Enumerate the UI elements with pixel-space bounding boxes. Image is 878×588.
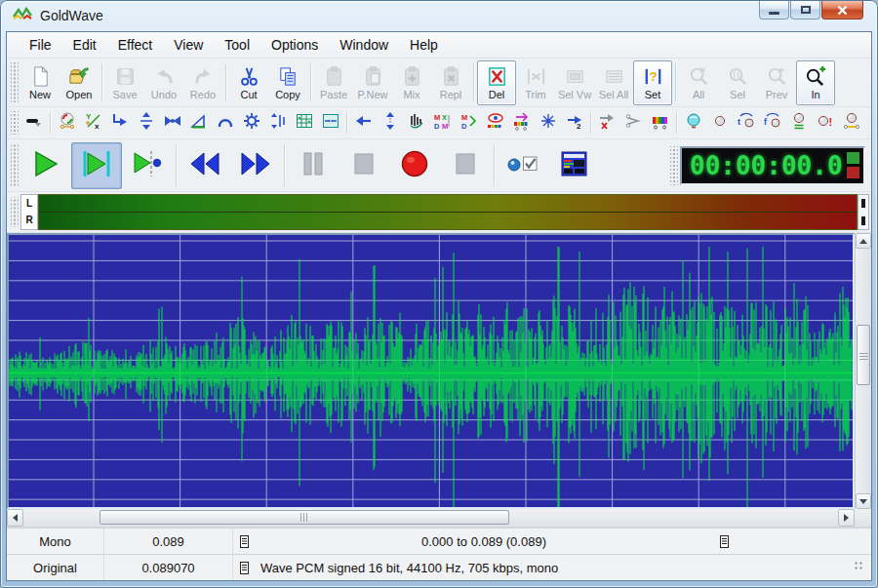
lcd-drag-handle[interactable] [670,146,678,185]
effect-button-compressor[interactable] [159,110,185,137]
toolbar-button-p-new[interactable]: P.New [353,60,392,105]
scroll-left-button[interactable] [7,509,23,527]
toolbar-button-repl[interactable]: Repl [431,60,470,105]
effect-button-reverse[interactable] [350,110,377,137]
toolbar-button-all[interactable]: All [679,60,718,105]
effect-button-sphere-large[interactable] [680,110,706,137]
effect-button-pan[interactable]: MD [456,110,482,137]
toolbar-button-sel[interactable]: Sel [718,60,757,105]
fast-forward-button[interactable] [230,142,281,189]
toolbar-button-del[interactable]: Del [477,60,516,105]
effect-button-offset-arrow[interactable] [106,110,133,137]
effect-button-doppler[interactable] [54,110,80,137]
hammer-x-icon [598,111,618,135]
horizontal-scroll-thumb[interactable] [100,510,509,525]
toolbar-separator [225,63,226,101]
effect-button-sphere-small[interactable] [706,110,733,137]
effect-button-shape-volume[interactable] [264,110,291,137]
effect-button-device-alert[interactable]: ! [812,110,838,137]
record-button[interactable] [389,142,440,189]
play-selection-icon [80,149,113,182]
effect-button-mechanize[interactable] [238,110,264,137]
toolbar-button-in[interactable]: In [796,60,835,105]
svg-text:M: M [434,113,440,122]
toolbar-button-set[interactable]: ?Set [633,60,672,105]
toolbar-button-save[interactable]: Save [105,60,144,105]
toolbar-transport-drag-handle[interactable] [11,143,19,187]
toolbar-button-open[interactable]: Open [60,60,99,105]
effect-button-expression-evaluator[interactable]: Yx [80,110,106,137]
toolbar-button-new[interactable]: New [20,60,60,105]
play-marker-button[interactable] [122,142,173,189]
toolbar-button-copy[interactable]: Copy [268,60,307,105]
resize-grip[interactable] [854,561,863,570]
minimize-button[interactable] [759,1,789,20]
effect-button-smoother[interactable] [403,110,429,137]
play-selection-button[interactable] [71,142,122,189]
effect-button-filter-eye[interactable] [482,110,508,137]
toolbar-button-cut[interactable]: Cut [229,60,268,105]
rewind-button[interactable] [180,142,230,189]
stop-icon [347,149,380,182]
effect-button-hammer-x[interactable] [594,110,620,137]
scroll-right-button[interactable] [838,509,855,527]
toolbar-button-sel-all[interactable]: Sel All [594,60,633,105]
effect-button-device-link[interactable] [838,110,864,137]
toolbar-button-mix[interactable]: Mix [392,60,431,105]
menu-item-options[interactable]: Options [260,34,329,56]
play-button[interactable] [20,142,71,189]
toolbar-button-undo[interactable]: Undo [144,60,183,105]
effect-button-device-levels[interactable] [785,110,812,137]
horizontal-scroll-track[interactable] [23,509,838,527]
effect-button-reverb[interactable] [317,110,343,137]
meter-drag-handle[interactable] [11,197,19,227]
pause-button[interactable] [288,142,339,189]
maximize-button[interactable] [790,1,820,20]
effect-button-time-warp[interactable] [508,110,535,137]
effect-button-time-device[interactable]: t [733,110,759,137]
toolbar-button-paste[interactable]: Paste [314,60,353,105]
toolbar-button-trim[interactable]: Trim [516,60,555,105]
effect-button-maximize-volume[interactable] [133,110,159,137]
titlebar[interactable]: GoldWave [0,0,878,31]
record-stop-button[interactable] [440,142,491,189]
effect-button-noise-reduction[interactable] [535,110,561,137]
effect-button-spectrum[interactable] [647,110,673,137]
toolbar-button-label: Cut [240,89,257,100]
menu-item-tool[interactable]: Tool [214,34,260,56]
toolbar-button-sel-vw[interactable]: Sel Vw [555,60,594,105]
toolbar-effects-drag-handle[interactable] [11,111,19,135]
stop-button[interactable] [339,142,389,189]
effect-button-playback-rate[interactable]: 2 [561,110,587,137]
status-list-icon[interactable] [233,555,255,580]
control-window-button[interactable] [548,142,599,189]
effect-button-equalizer[interactable] [291,110,317,137]
menu-item-effect[interactable]: Effect [107,34,164,56]
scroll-up-button[interactable] [856,233,871,249]
effect-button-pitch[interactable] [377,110,403,137]
toolbar-button-prev[interactable]: Prev [757,60,796,105]
menu-item-window[interactable]: Window [329,34,399,56]
menu-item-file[interactable]: File [19,34,62,56]
scroll-down-button[interactable] [856,493,871,509]
waveform-canvas[interactable] [7,233,855,509]
effect-button-flange[interactable] [212,110,238,137]
status-list-icon[interactable] [233,529,255,554]
monitor-check-button[interactable] [498,142,548,189]
close-button[interactable] [821,1,863,20]
effect-button-level-bar[interactable] [20,110,47,137]
menu-item-edit[interactable]: Edit [62,34,107,56]
effect-button-frequency-device[interactable]: f [759,110,785,137]
status-list-icon[interactable] [713,529,735,554]
window-title: GoldWave [40,8,103,23]
vertical-scroll-thumb[interactable] [857,325,870,385]
effect-button-fade[interactable] [185,110,212,137]
effect-button-scissors-silence[interactable] [620,110,647,137]
new-file-icon [29,65,52,89]
vertical-scroll-track[interactable] [856,249,871,493]
menu-item-view[interactable]: View [163,34,214,56]
toolbar-button-redo[interactable]: Redo [183,60,222,105]
menu-item-help[interactable]: Help [399,34,449,56]
toolbar-main-drag-handle[interactable] [11,62,19,102]
effect-button-channel-mixer[interactable]: MXDM [429,110,456,137]
